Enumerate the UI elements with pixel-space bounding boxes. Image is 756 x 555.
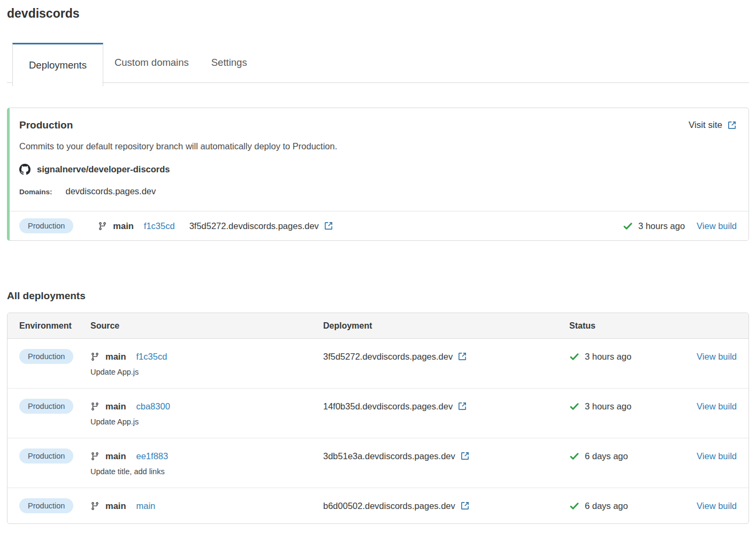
external-link-icon[interactable] <box>457 352 467 361</box>
deployment-url: 3f5d5272.devdiscords.pages.dev <box>323 349 453 364</box>
production-description: Commits to your default repository branc… <box>19 141 737 151</box>
production-deployment-row: Production main f1c35cd 3f5d5272.devdisc… <box>10 211 749 240</box>
deployment-status-group: 3 hours ago View build <box>623 221 737 231</box>
deployment-cell: 14f0b35d.devdiscords.pages.dev <box>323 399 569 414</box>
branch-name: main <box>113 221 134 231</box>
status-time: 6 days ago <box>585 448 628 463</box>
page-title: devdiscords <box>7 6 749 21</box>
external-link-icon[interactable] <box>324 221 333 231</box>
environment-badge: Production <box>19 349 73 364</box>
view-build-link[interactable]: View build <box>697 221 737 231</box>
table-row: Production main cba8300 Update App.js 14… <box>7 388 749 438</box>
git-branch-icon <box>90 501 100 511</box>
source-group: main f1c35cd <box>98 221 174 231</box>
git-branch-icon <box>90 452 100 461</box>
column-source: Source <box>90 321 323 331</box>
view-build-link[interactable]: View build <box>697 451 737 461</box>
column-deployment: Deployment <box>323 321 569 331</box>
production-card-header: Production Visit site <box>19 119 737 131</box>
external-link-icon[interactable] <box>460 501 470 511</box>
branch-name: main <box>105 349 126 364</box>
repository-name: signalnerve/developer-discords <box>37 164 170 174</box>
git-branch-icon <box>98 222 107 231</box>
view-build-link[interactable]: View build <box>697 352 737 361</box>
visit-site-label: Visit site <box>689 120 722 131</box>
production-card: Production Visit site Commits to your de… <box>7 108 749 241</box>
commit-link[interactable]: ee1f883 <box>136 448 169 463</box>
check-icon <box>569 401 579 412</box>
external-link-icon[interactable] <box>727 120 737 130</box>
external-link-icon[interactable] <box>457 401 467 411</box>
deployment-cell: b6d00502.devdiscords.pages.dev <box>323 498 569 513</box>
tab-custom-domains[interactable]: Custom domains <box>103 43 200 82</box>
commit-link[interactable]: f1c35cd <box>136 349 167 364</box>
check-icon <box>569 451 579 461</box>
tab-bar: Deployments Custom domains Settings <box>7 43 749 83</box>
source-cell: main cba8300 Update App.js <box>90 399 323 428</box>
git-branch-icon <box>90 402 100 411</box>
domains-row: Domains: devdiscords.pages.dev <box>19 186 737 196</box>
status-cell: 6 days ago <box>569 448 686 463</box>
status-cell: 3 hours ago <box>569 349 686 364</box>
deployment-url: 14f0b35d.devdiscords.pages.dev <box>323 399 453 414</box>
deployment-url: b6d00502.devdiscords.pages.dev <box>323 498 455 513</box>
check-icon <box>623 221 633 231</box>
view-build-link[interactable]: View build <box>697 401 737 411</box>
column-status: Status <box>569 321 686 331</box>
environment-badge: Production <box>19 399 73 414</box>
deployment-url-group: 3f5d5272.devdiscords.pages.dev <box>189 221 333 231</box>
source-cell: main main <box>90 498 323 513</box>
deployment-url: 3db51e3a.devdiscords.pages.dev <box>323 448 455 463</box>
check-icon <box>569 501 579 511</box>
commit-message: Update App.js <box>90 367 323 378</box>
branch-name: main <box>105 498 126 513</box>
commit-message: Update title, add links <box>90 466 323 477</box>
production-card-body: Production Visit site Commits to your de… <box>10 108 749 201</box>
all-deployments-heading: All deployments <box>7 290 749 302</box>
table-row: Production main f1c35cd Update App.js 3f… <box>7 339 749 388</box>
source-cell: main f1c35cd Update App.js <box>90 349 323 378</box>
visit-site-link[interactable]: Visit site <box>689 120 737 131</box>
status-time: 3 hours ago <box>638 221 685 231</box>
production-card-title: Production <box>19 119 73 131</box>
status-time: 6 days ago <box>585 498 628 513</box>
tab-deployments[interactable]: Deployments <box>12 43 103 86</box>
table-row: Production main main b6d00502.devdiscord… <box>7 488 749 523</box>
deployment-cell: 3f5d5272.devdiscords.pages.dev <box>323 349 569 364</box>
status-cell: 3 hours ago <box>569 399 686 414</box>
table-header-row: Environment Source Deployment Status <box>7 313 749 339</box>
commit-link[interactable]: cba8300 <box>136 399 170 414</box>
external-link-icon[interactable] <box>460 451 470 461</box>
domains-value: devdiscords.pages.dev <box>66 186 156 196</box>
domains-label: Domains: <box>19 188 52 196</box>
check-icon <box>569 352 579 362</box>
pages-project-page: devdiscords Deployments Custom domains S… <box>0 0 756 540</box>
commit-link[interactable]: f1c35cd <box>144 221 175 231</box>
tab-settings[interactable]: Settings <box>200 43 258 82</box>
github-icon <box>19 164 30 175</box>
table-row: Production main ee1f883 Update title, ad… <box>7 438 749 488</box>
commit-link[interactable]: main <box>136 498 156 513</box>
environment-badge: Production <box>19 218 73 233</box>
branch-name: main <box>105 448 126 463</box>
branch-name: main <box>105 399 126 414</box>
status-time: 3 hours ago <box>585 399 631 414</box>
git-branch-icon <box>90 352 100 361</box>
status-cell: 6 days ago <box>569 498 686 513</box>
deployment-url: 3f5d5272.devdiscords.pages.dev <box>189 221 319 231</box>
environment-badge: Production <box>19 448 73 463</box>
view-build-link[interactable]: View build <box>697 501 737 511</box>
deployments-table: Environment Source Deployment Status Pro… <box>7 313 749 524</box>
commit-message: Update App.js <box>90 416 323 428</box>
deployment-cell: 3db51e3a.devdiscords.pages.dev <box>323 448 569 463</box>
status-time: 3 hours ago <box>585 349 631 364</box>
source-cell: main ee1f883 Update title, add links <box>90 448 323 477</box>
repository-row: signalnerve/developer-discords <box>19 164 737 175</box>
environment-badge: Production <box>19 498 73 513</box>
column-environment: Environment <box>19 321 90 331</box>
